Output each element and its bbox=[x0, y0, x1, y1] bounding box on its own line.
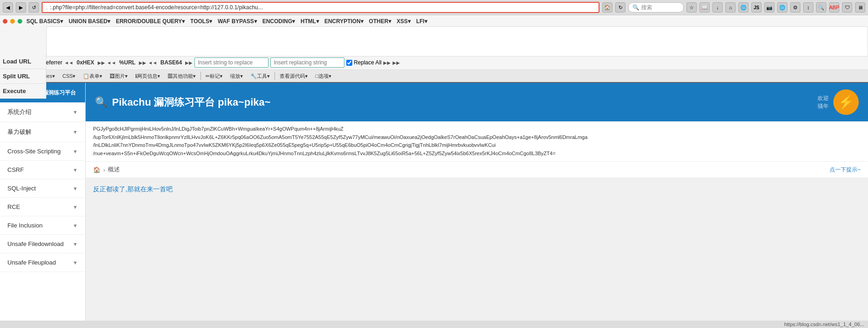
fileupload-chevron: ▼ bbox=[73, 260, 78, 265]
breadcrumb-bar: 🏠 › 概述 点一下提示~ bbox=[86, 162, 868, 178]
main-container: 🔍 Pikachu 漏洞练习平台 系统介绍 ▼ 暴力破解 ▼ Cross-Sit… bbox=[0, 83, 868, 321]
js-button[interactable]: JS bbox=[751, 2, 762, 13]
screenshot-button[interactable]: 📷 bbox=[764, 2, 774, 13]
browser-titlebar: ◀ ▶ ↺ :. :.php?file=php://filter/read=co… bbox=[0, 0, 868, 15]
tools-button[interactable]: 🔧工具▾ bbox=[248, 72, 273, 81]
split-url-button[interactable]: Split URL bbox=[0, 69, 46, 84]
csrf-chevron: ▼ bbox=[73, 167, 78, 173]
sidebar-item-fileinclusion[interactable]: File Inclusion ▼ bbox=[0, 216, 85, 235]
encoding-menu[interactable]: ENCODING▾ bbox=[260, 17, 298, 25]
sidebar: 🔍 Pikachu 漏洞练习平台 系统介绍 ▼ 暴力破解 ▼ Cross-Sit… bbox=[0, 83, 86, 321]
sidebar-item-xss[interactable]: Cross-Site Scripting ▼ bbox=[0, 142, 85, 161]
options-button[interactable]: □选项▾ bbox=[312, 72, 334, 81]
replace-all-checkbox[interactable] bbox=[346, 60, 352, 66]
search-icon: 🔍 bbox=[632, 4, 639, 11]
hackbar-replace-row: Post data Referrer ◄◄ 0xHEX ▶▶ ◄◄ %URL ▶… bbox=[0, 57, 868, 69]
forward-button[interactable]: ▶ bbox=[16, 2, 26, 13]
css-button[interactable]: CSS▾ bbox=[60, 72, 79, 80]
hackbar-menu-row: SQL BASICS▾ UNION BASED▾ ERROR/DOUBLE QU… bbox=[0, 16, 868, 26]
fileinclusion-chevron: ▼ bbox=[73, 223, 78, 228]
encryption-menu[interactable]: ENCRYPTION▾ bbox=[322, 17, 366, 25]
replace-all-label[interactable]: Replace All bbox=[346, 59, 381, 66]
reader-button[interactable]: 📖 bbox=[699, 2, 710, 13]
hint-link[interactable]: 点一下提示~ bbox=[830, 166, 861, 174]
address-bar[interactable]: :. :.php?file=php://filter/read=convert.… bbox=[42, 2, 599, 13]
load-url-button[interactable]: Load URL bbox=[0, 54, 46, 69]
execute-button[interactable]: Execute bbox=[0, 84, 46, 99]
fileinclusion-label: File Inclusion bbox=[7, 222, 43, 229]
adblock-button[interactable]: ABP bbox=[829, 2, 839, 13]
search-placeholder: 搜索 bbox=[641, 4, 652, 12]
insert-string-input[interactable] bbox=[194, 57, 269, 68]
other-features-button[interactable]: ☰其他功能▾ bbox=[165, 72, 199, 81]
sidebar-item-filedownload[interactable]: Unsafe Filedownload ▼ bbox=[0, 235, 85, 253]
home-button[interactable]: 🏠 bbox=[602, 2, 612, 13]
sidebar-item-csrf[interactable]: CSRF ▼ bbox=[0, 161, 85, 179]
home-breadcrumb-icon[interactable]: 🏠 bbox=[93, 166, 100, 173]
mark-button[interactable]: ✏标记▾ bbox=[203, 72, 225, 81]
home-nav-button[interactable]: ⌂ bbox=[725, 2, 736, 13]
welcome-text: 欢迎骚年 bbox=[818, 95, 829, 110]
base64-tag: BASE64 bbox=[159, 59, 183, 66]
orange-dot bbox=[10, 19, 15, 24]
sync-button[interactable]: ↕ bbox=[803, 2, 813, 13]
settings-button[interactable]: ⚙ bbox=[790, 2, 800, 13]
search-bar[interactable]: 🔍 搜索 bbox=[628, 2, 684, 13]
breadcrumb: 🏠 › 概述 bbox=[93, 165, 120, 174]
images-button[interactable]: 🖼图片▾ bbox=[107, 72, 131, 81]
replace-string-input[interactable] bbox=[270, 57, 344, 68]
intro-label: 系统介绍 bbox=[7, 108, 31, 116]
error-double-query-menu[interactable]: ERROR/DOUBLE QUERY▾ bbox=[113, 17, 187, 25]
waf-bypass-menu[interactable]: WAF BYPASS▾ bbox=[215, 17, 259, 25]
encoded-line-1: PGJyPgo8cHJlPgrmijHniLHov5nlnJ/lnLDigJTo… bbox=[93, 125, 861, 133]
translate-button[interactable]: 🌐 bbox=[777, 2, 787, 13]
sidebar-item-fileupload[interactable]: Unsafe Fileupload ▼ bbox=[0, 253, 85, 272]
url-input-area[interactable] bbox=[46, 26, 868, 57]
0xhex-arrow-right: ▶▶ bbox=[98, 60, 105, 65]
other-menu[interactable]: OTHER▾ bbox=[367, 17, 393, 25]
zoom-button[interactable]: 🔍 bbox=[816, 2, 826, 13]
sidebar-item-sqlinject[interactable]: SQL-Inject ▼ bbox=[0, 179, 85, 198]
bruteforce-label: 暴力破解 bbox=[7, 128, 31, 136]
pageinfo-button[interactable]: ℹ网页信息▾ bbox=[132, 72, 163, 81]
union-based-menu[interactable]: UNION BASED▾ bbox=[66, 17, 112, 25]
zoom-button[interactable]: 缩放▾ bbox=[227, 72, 246, 81]
refresh-button[interactable]: ↻ bbox=[615, 2, 625, 13]
filedownload-label: Unsafe Filedownload bbox=[7, 240, 63, 247]
html-menu[interactable]: HTML▾ bbox=[298, 17, 321, 25]
rce-chevron: ▼ bbox=[73, 204, 78, 210]
bookmark-button[interactable]: ☆ bbox=[687, 2, 697, 13]
sqlinject-chevron: ▼ bbox=[73, 186, 78, 191]
url-text: :.php?file=php://filter/read=convert.bas… bbox=[50, 4, 596, 11]
reload-button[interactable]: ↺ bbox=[29, 2, 39, 13]
replace-arrow1: ▶▶ bbox=[383, 60, 391, 65]
lock-icon: :. bbox=[45, 5, 48, 10]
sidebar-item-intro[interactable]: 系统介绍 ▼ bbox=[0, 102, 85, 122]
back-button[interactable]: ◀ bbox=[3, 2, 13, 13]
base64-arrow-right: ▶▶ bbox=[185, 60, 193, 65]
hackbar-left-panel: Load URL Split URL Execute bbox=[0, 54, 46, 99]
xss-menu[interactable]: XSS▾ bbox=[394, 17, 413, 25]
download-button[interactable]: ↓ bbox=[712, 2, 723, 13]
sidebar-item-bruteforce[interactable]: 暴力破解 ▼ bbox=[0, 122, 85, 142]
content-header: 🔍 Pikachu 漏洞练习平台 pika~pika~ 欢迎骚年 ⚡ bbox=[86, 83, 868, 121]
xss-label: Cross-Site Scripting bbox=[7, 148, 61, 155]
sql-basics-menu[interactable]: SQL BASICS▾ bbox=[24, 17, 65, 25]
0xhex-tag: 0xHEX bbox=[75, 59, 96, 66]
browser-chrome: ◀ ▶ ↺ :. :.php?file=php://filter/read=co… bbox=[0, 0, 868, 15]
sidebar-item-rce[interactable]: RCE ▼ bbox=[0, 198, 85, 216]
shield-button[interactable]: 🛡 bbox=[842, 2, 852, 13]
main-text-link[interactable]: 反正都读了,那就在来一首吧 bbox=[93, 185, 173, 193]
encoded-content: PGJyPgo8cHJlPgrmijHniLHov5nlnJ/lnLDigJTo… bbox=[86, 121, 868, 162]
monitor-button[interactable]: 🖥 bbox=[855, 2, 865, 13]
sqlinject-label: SQL-Inject bbox=[7, 185, 36, 192]
main-content: 反正都读了,那就在来一首吧 bbox=[86, 178, 868, 201]
tools-menu[interactable]: TOOLS▾ bbox=[188, 17, 214, 25]
content-title: 🔍 Pikachu 漏洞练习平台 pika~pika~ bbox=[95, 95, 270, 109]
view-source-button[interactable]: 查看源代码▾ bbox=[277, 72, 311, 81]
forms-button[interactable]: 📋表单▾ bbox=[80, 72, 105, 81]
rce-label: RCE bbox=[7, 203, 20, 210]
lfi-menu[interactable]: LFI▾ bbox=[414, 17, 430, 25]
intro-chevron: ▼ bbox=[73, 109, 78, 115]
globe-button[interactable]: 🌐 bbox=[738, 2, 749, 13]
